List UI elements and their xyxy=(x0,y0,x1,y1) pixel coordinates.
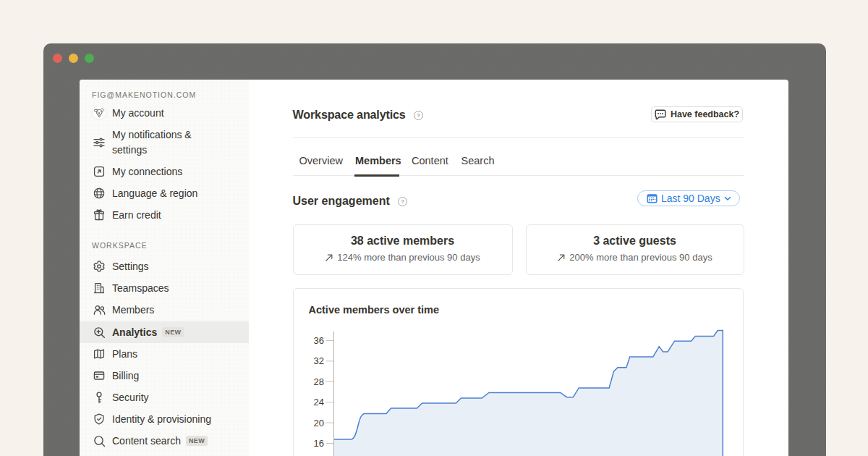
svg-text:20: 20 xyxy=(313,418,323,428)
svg-text:24: 24 xyxy=(313,397,323,408)
svg-text:32: 32 xyxy=(313,355,323,366)
svg-text:36: 36 xyxy=(313,335,323,346)
svg-text:16: 16 xyxy=(313,438,323,449)
svg-text:28: 28 xyxy=(313,376,323,387)
